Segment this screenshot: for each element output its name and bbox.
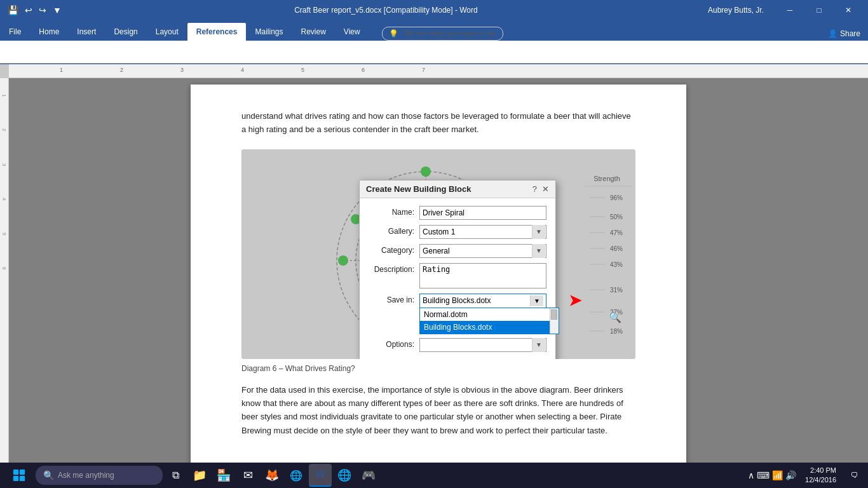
notification-button[interactable]: 🗨 xyxy=(845,464,864,487)
clock-date: 12/4/2016 xyxy=(805,475,836,485)
maximize-button[interactable]: □ xyxy=(804,0,834,20)
svg-text:1: 1 xyxy=(60,67,63,73)
intro-paragraph: understand what drives rating and how ca… xyxy=(241,110,635,137)
word-button[interactable]: W xyxy=(309,464,332,487)
ribbon: File Home Insert Design Layout Reference… xyxy=(0,20,868,64)
tab-design[interactable]: Design xyxy=(105,23,146,41)
chrome-button[interactable]: 🌐 xyxy=(285,464,308,487)
svg-text:6: 6 xyxy=(362,67,365,73)
tray-keyboard[interactable]: ⌨ xyxy=(757,470,770,480)
name-input[interactable] xyxy=(419,206,546,220)
options-select[interactable] xyxy=(419,338,546,352)
mail-button[interactable]: ✉ xyxy=(236,464,259,487)
gallery-select[interactable]: Custom 1 xyxy=(419,225,546,239)
document-page: understand what drives rating and how ca… xyxy=(191,85,686,470)
user-name: Aubrey Butts, Jr. xyxy=(708,6,764,15)
customize-qat-button[interactable]: ▼ xyxy=(50,3,64,17)
minimize-button[interactable]: ─ xyxy=(775,0,804,20)
category-select[interactable]: General xyxy=(419,244,546,258)
firefox-button[interactable]: 🦊 xyxy=(261,464,283,487)
save-button[interactable]: 💾 xyxy=(5,3,21,17)
svg-text:5: 5 xyxy=(301,67,304,73)
dialog-help-button[interactable]: ? xyxy=(532,184,537,194)
tab-mailings[interactable]: Mailings xyxy=(246,23,292,41)
tray-volume[interactable]: 🔊 xyxy=(785,470,796,480)
tray-expand[interactable]: ∧ xyxy=(748,470,754,480)
extra-button[interactable]: 🎮 xyxy=(357,464,380,487)
svg-text:3: 3 xyxy=(180,67,184,73)
tab-references[interactable]: References xyxy=(187,23,247,41)
taskbar-search-input[interactable] xyxy=(58,471,153,480)
save-in-select[interactable]: Building Blocks.dotx ▼ xyxy=(419,294,546,308)
lightbulb-icon: 💡 xyxy=(389,29,398,38)
file-explorer-button[interactable]: 📁 xyxy=(188,464,211,487)
ruler-left-margin xyxy=(0,64,9,78)
save-in-label: Save in: xyxy=(369,294,414,304)
share-label: Share xyxy=(840,29,860,38)
create-building-block-dialog: Create New Building Block ? ✕ Name: xyxy=(359,180,556,359)
svg-text:4: 4 xyxy=(241,67,244,73)
start-button[interactable] xyxy=(4,464,34,487)
left-ruler: 1 2 3 4 5 6 xyxy=(0,78,9,470)
diagram-caption: Diagram 6 – What Drives Rating? xyxy=(241,364,635,373)
title-bar-left: 💾 ↩ ↪ ▼ xyxy=(5,3,64,17)
category-select-wrapper: General ▼ xyxy=(419,244,546,258)
description-field-row: Description: Rating xyxy=(369,263,546,288)
tab-home[interactable]: Home xyxy=(30,23,68,41)
redo-button[interactable]: ↪ xyxy=(36,3,49,17)
clock[interactable]: 2:40 PM 12/4/2016 xyxy=(800,466,841,485)
taskbar: 🔍 ⧉ 📁 🏪 ✉ 🦊 🌐 W 🌐 🎮 ∧ ⌨ 📶 🔊 2:40 PM 12/4… xyxy=(0,463,868,488)
tab-insert[interactable]: Insert xyxy=(68,23,105,41)
close-button[interactable]: ✕ xyxy=(834,0,863,20)
tab-view[interactable]: View xyxy=(335,23,369,41)
share-icon: 👤 xyxy=(828,29,837,38)
gallery-field-row: Gallery: Custom 1 ▼ xyxy=(369,225,546,239)
dropdown-item-normal[interactable]: Normal.dotm xyxy=(420,308,559,321)
ruler: 1 2 3 4 5 6 7 xyxy=(0,64,868,78)
clock-time: 2:40 PM xyxy=(805,466,836,475)
svg-text:7: 7 xyxy=(422,67,425,73)
ruler-inner: 1 2 3 4 5 6 7 xyxy=(9,63,868,79)
dialog-body: Name: Gallery: Custom 1 ▼ xyxy=(360,198,555,359)
ie-button[interactable]: 🌐 xyxy=(333,464,356,487)
taskbar-search[interactable]: 🔍 xyxy=(36,466,163,485)
name-label: Name: xyxy=(369,206,414,217)
save-in-value: Building Blocks.dotx xyxy=(423,296,491,305)
tab-layout[interactable]: Layout xyxy=(147,23,187,41)
share-button[interactable]: 👤 Share xyxy=(820,27,868,41)
document-area: 1 2 3 4 5 6 understand what drives ratin… xyxy=(0,78,868,470)
ribbon-content xyxy=(0,41,868,64)
gallery-label: Gallery: xyxy=(369,225,414,236)
options-label: Options: xyxy=(369,338,414,349)
document-scroll[interactable]: understand what drives rating and how ca… xyxy=(9,78,868,470)
description-label: Description: xyxy=(369,263,414,274)
save-in-dropdown: Normal.dotm Building Blocks.dotx xyxy=(419,308,559,334)
category-label: Category: xyxy=(369,244,414,255)
store-button[interactable]: 🏪 xyxy=(212,464,235,487)
svg-text:2: 2 xyxy=(120,67,123,73)
dialog-controls: ? ✕ xyxy=(532,184,549,194)
taskview-button[interactable]: ⧉ xyxy=(164,464,187,487)
dropdown-scrollbar[interactable] xyxy=(550,308,559,334)
tell-me-label: Tell me what you want to do xyxy=(402,29,496,38)
windows-logo xyxy=(13,470,25,481)
document-title: Craft Beer report_v5.docx [Compatibility… xyxy=(64,6,708,15)
options-select-wrapper: ▼ xyxy=(419,338,546,352)
dialog-overlay: Create New Building Block ? ✕ Name: xyxy=(241,149,635,359)
dropdown-item-building-blocks[interactable]: Building Blocks.dotx xyxy=(420,321,559,334)
name-field-row: Name: xyxy=(369,206,546,220)
save-in-arrow[interactable]: ▼ xyxy=(530,295,543,306)
save-in-wrapper: Building Blocks.dotx ▼ Normal.dotm Build… xyxy=(419,294,546,308)
tab-review[interactable]: Review xyxy=(292,23,335,41)
options-field-row: Options: ▼ xyxy=(369,338,546,352)
undo-button[interactable]: ↩ xyxy=(22,3,35,17)
description-input[interactable]: Rating xyxy=(419,263,546,288)
ribbon-tabs: File Home Insert Design Layout Reference… xyxy=(0,20,868,41)
tell-me-input[interactable]: 💡 Tell me what you want to do xyxy=(382,27,503,41)
tab-file[interactable]: File xyxy=(0,23,30,41)
window-controls: ─ □ ✕ xyxy=(775,0,863,20)
dialog-close-button[interactable]: ✕ xyxy=(542,184,549,194)
tray-network[interactable]: 📶 xyxy=(772,470,783,480)
dialog-title-bar: Create New Building Block ? ✕ xyxy=(360,180,555,198)
dropdown-scroll-thumb xyxy=(551,309,557,320)
